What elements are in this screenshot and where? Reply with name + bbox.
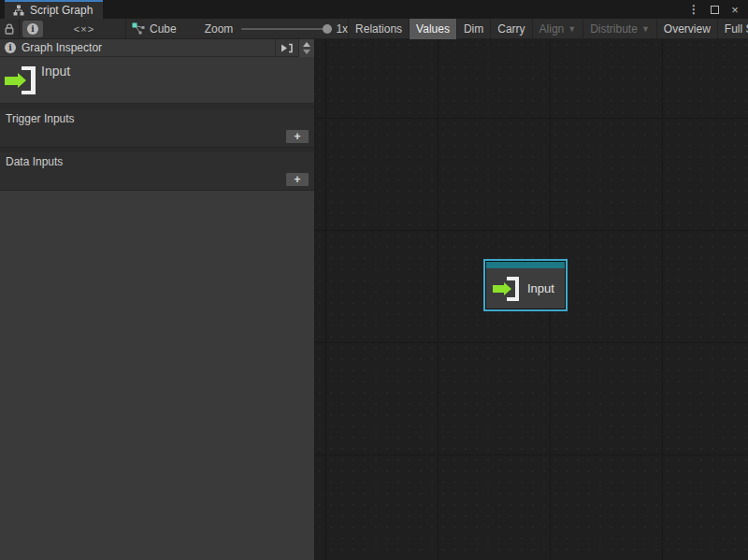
- input-node-icon: [5, 66, 36, 94]
- code-view-button[interactable]: <×>: [43, 19, 125, 39]
- inspector-empty-area: [0, 191, 314, 560]
- window-controls: ⋮ ×: [686, 0, 748, 19]
- graph-hierarchy-icon: [13, 5, 24, 16]
- scroll-up-icon[interactable]: [303, 42, 310, 47]
- input-node-label: Input: [527, 281, 554, 295]
- inspector-toggle-button[interactable]: i: [22, 21, 43, 37]
- add-trigger-input-button[interactable]: +: [285, 129, 309, 144]
- unity-visual-scripting-window: Script Graph ⋮ × i <×>: [0, 0, 748, 560]
- input-node-icon: [493, 277, 519, 301]
- relations-button[interactable]: Relations: [348, 19, 409, 39]
- chevron-down-icon: ▼: [641, 24, 650, 34]
- trigger-inputs-section: Trigger Inputs +: [0, 109, 314, 148]
- more-menu-icon[interactable]: ⋮: [686, 2, 701, 17]
- dock-panel-button[interactable]: [275, 39, 298, 57]
- inspector-title: Graph Inspector: [22, 41, 275, 54]
- graph-canvas[interactable]: Input: [315, 39, 748, 560]
- lock-button[interactable]: [0, 19, 19, 39]
- scroll-down-icon[interactable]: [303, 50, 310, 54]
- graph-toolbar: i <×> Cube Zoom 1x Relations: [0, 19, 748, 39]
- zoom-slider[interactable]: [241, 28, 327, 30]
- node-preview-title: Input: [41, 64, 70, 79]
- fullscreen-button[interactable]: Full Screen: [717, 19, 748, 39]
- content-area: i Graph Inspector Input: [0, 39, 748, 560]
- inspector-header: i Graph Inspector: [0, 39, 314, 57]
- maximize-icon[interactable]: [707, 2, 722, 17]
- overview-button[interactable]: Overview: [656, 19, 717, 39]
- chevron-down-icon: ▼: [568, 24, 576, 34]
- distribute-dropdown[interactable]: Distribute ▼: [583, 19, 656, 39]
- tab-script-graph[interactable]: Script Graph: [5, 0, 103, 19]
- graph-inspector-panel: i Graph Inspector Input: [0, 39, 315, 560]
- trigger-inputs-label: Trigger Inputs: [0, 109, 314, 127]
- data-inputs-list: +: [0, 170, 314, 190]
- toolbar-separator: [19, 19, 20, 39]
- zoom-label: Zoom: [205, 22, 234, 36]
- zoom-slider-thumb[interactable]: [323, 24, 332, 34]
- add-data-input-button[interactable]: +: [285, 172, 309, 187]
- carry-button[interactable]: Carry: [490, 19, 531, 39]
- tab-bar: Script Graph ⋮ ×: [0, 0, 748, 19]
- info-icon: i: [5, 42, 16, 53]
- lock-icon: [4, 22, 15, 36]
- dim-button[interactable]: Dim: [456, 19, 490, 39]
- code-icon: <×>: [74, 23, 94, 35]
- cube-label: Cube: [150, 22, 177, 36]
- graph-owner-button[interactable]: Cube: [126, 19, 184, 39]
- panel-scroller: [298, 39, 314, 57]
- toolbar-button-group: Relations Values Dim Carry Align ▼ Distr…: [348, 19, 748, 39]
- info-icon: i: [27, 23, 38, 35]
- tab-label: Script Graph: [30, 4, 93, 17]
- cube-graph-icon: [132, 22, 145, 36]
- trigger-inputs-list: +: [0, 127, 314, 147]
- node-preview: Input: [0, 57, 314, 104]
- input-node[interactable]: Input: [483, 259, 568, 311]
- data-inputs-label: Data Inputs: [0, 152, 314, 170]
- align-dropdown[interactable]: Align ▼: [532, 19, 583, 39]
- zoom-value: 1x: [336, 22, 348, 36]
- dock-icon: [280, 43, 294, 53]
- data-inputs-section: Data Inputs +: [0, 152, 314, 191]
- input-node-header: [486, 262, 565, 268]
- close-icon[interactable]: ×: [727, 2, 742, 17]
- zoom-control: Zoom 1x: [205, 22, 348, 36]
- values-button[interactable]: Values: [409, 19, 456, 39]
